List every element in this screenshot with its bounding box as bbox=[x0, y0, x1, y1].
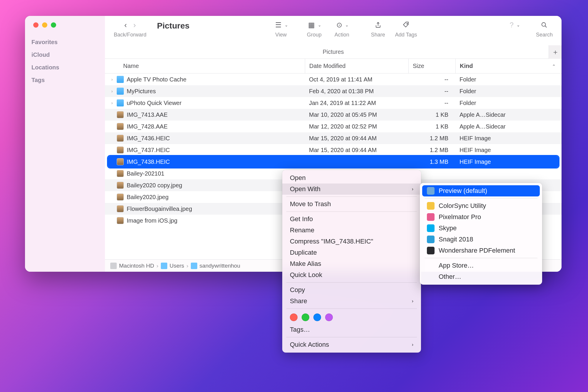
file-size: -- bbox=[408, 76, 455, 83]
folder-icon bbox=[191, 263, 197, 269]
submenu-item-label: Pixelmator Pro bbox=[439, 213, 481, 221]
sidebar-section-icloud[interactable]: iCloud bbox=[25, 49, 105, 61]
disclosure-triangle-icon[interactable]: › bbox=[110, 101, 114, 105]
menu-item-label: Open With bbox=[290, 185, 320, 193]
back-button[interactable]: ‹ bbox=[124, 21, 127, 30]
disclosure-triangle-icon[interactable]: › bbox=[110, 89, 114, 94]
location-bar: Pictures ＋ bbox=[105, 45, 562, 59]
search-icon bbox=[540, 22, 549, 28]
menu-item[interactable]: Get Info bbox=[282, 213, 421, 225]
menu-item-label: Share bbox=[290, 297, 307, 305]
menu-item[interactable]: Tags… bbox=[282, 324, 421, 335]
app-icon bbox=[427, 187, 435, 195]
share-icon bbox=[373, 21, 383, 29]
list-view-icon: ☰ bbox=[274, 21, 283, 29]
tag-color-dot[interactable] bbox=[325, 313, 333, 321]
view-group[interactable]: ☰ ⌄ View bbox=[274, 19, 288, 38]
column-headers: Name Date Modified Size Kind ⌃ bbox=[105, 59, 562, 74]
minimize-window-button[interactable] bbox=[42, 22, 47, 28]
file-name: uPhoto Quick Viewer bbox=[127, 100, 181, 106]
search-group[interactable]: Search bbox=[536, 19, 553, 38]
menu-item[interactable]: Copy bbox=[282, 284, 421, 296]
tag-color-dot[interactable] bbox=[313, 313, 321, 321]
submenu-item[interactable]: App Store… bbox=[422, 260, 540, 271]
path-segment[interactable]: Users bbox=[170, 263, 184, 269]
submenu-item[interactable]: Skype bbox=[422, 223, 540, 234]
menu-item[interactable]: Quick Actions› bbox=[282, 339, 421, 350]
menu-item-label: Open bbox=[290, 174, 306, 182]
file-row[interactable]: ›MyPicturesFeb 4, 2020 at 01:38 PM--Fold… bbox=[105, 85, 562, 97]
path-segment[interactable]: Macintosh HD bbox=[119, 263, 154, 269]
submenu-item-label: Wondershare PDFelement bbox=[439, 247, 515, 254]
folder-icon bbox=[117, 88, 124, 95]
path-segment[interactable]: sandywrittenhou bbox=[200, 263, 240, 269]
disclosure-triangle-icon[interactable]: › bbox=[110, 77, 114, 82]
menu-item[interactable]: Share› bbox=[282, 296, 421, 307]
menu-item[interactable]: Move to Trash bbox=[282, 198, 421, 210]
submenu-item[interactable]: Pixelmator Pro bbox=[422, 211, 540, 223]
sidebar-section-tags[interactable]: Tags bbox=[25, 74, 105, 86]
menu-item[interactable]: Quick Look bbox=[282, 269, 421, 281]
menu-item[interactable]: Compress "IMG_7438.HEIC" bbox=[282, 236, 421, 247]
column-date[interactable]: Date Modified bbox=[305, 59, 408, 73]
share-group[interactable]: Share bbox=[371, 19, 385, 38]
file-kind: Folder bbox=[455, 100, 562, 106]
thumbnail-icon bbox=[117, 217, 124, 224]
column-kind[interactable]: Kind ⌃ bbox=[455, 59, 562, 73]
file-name: IMG_7428.AAE bbox=[127, 123, 168, 130]
menu-item[interactable]: Open With› bbox=[282, 184, 421, 195]
submenu-item[interactable]: Other… bbox=[422, 271, 540, 282]
thumbnail-icon bbox=[117, 135, 124, 142]
submenu-item[interactable]: ColorSync Utility bbox=[422, 200, 540, 211]
submenu-item-label: Preview (default) bbox=[439, 187, 487, 195]
action-group[interactable]: ⊙ ⌄ Action bbox=[335, 19, 349, 38]
file-row[interactable]: ›uPhoto Quick ViewerJan 24, 2019 at 11:2… bbox=[105, 97, 562, 109]
open-with-submenu[interactable]: Preview (default)ColorSync UtilityPixelm… bbox=[420, 183, 542, 285]
file-name: Image from iOS.jpg bbox=[127, 217, 177, 224]
column-size[interactable]: Size bbox=[408, 59, 455, 73]
file-size: -- bbox=[408, 100, 455, 106]
file-row[interactable]: IMG_7413.AAEMar 10, 2020 at 05:45 PM1 KB… bbox=[105, 109, 562, 121]
chevron-down-icon: ⌄ bbox=[517, 23, 520, 27]
submenu-item-label: Skype bbox=[439, 224, 457, 232]
disk-icon bbox=[110, 263, 117, 269]
file-kind: HEIF Image bbox=[455, 159, 559, 165]
tag-icon bbox=[401, 21, 411, 29]
path-separator-icon: › bbox=[186, 263, 188, 269]
submenu-item[interactable]: Wondershare PDFelement bbox=[422, 245, 540, 256]
file-row[interactable]: IMG_7438.HEIC1.3 MBHEIF Image bbox=[108, 156, 559, 168]
close-window-button[interactable] bbox=[33, 22, 39, 28]
menu-separator bbox=[286, 196, 417, 197]
sidebar-section-locations[interactable]: Locations bbox=[25, 61, 105, 74]
submenu-arrow-icon: › bbox=[412, 298, 413, 304]
tag-color-dot[interactable] bbox=[302, 313, 309, 321]
submenu-item[interactable]: Preview (default) bbox=[422, 185, 540, 196]
file-date: Mar 15, 2020 at 09:44 AM bbox=[305, 135, 408, 142]
folder-icon bbox=[117, 76, 124, 83]
file-row[interactable]: IMG_7428.AAEMar 12, 2020 at 02:52 PM1 KB… bbox=[105, 121, 562, 132]
submenu-item[interactable]: Snagit 2018 bbox=[422, 234, 540, 245]
thumbnail-icon bbox=[117, 205, 124, 212]
folder-icon bbox=[117, 99, 124, 106]
help-group[interactable]: ? ⌄ bbox=[509, 19, 520, 38]
sidebar-section-favorites[interactable]: Favorites bbox=[25, 36, 105, 49]
fullscreen-window-button[interactable] bbox=[51, 22, 56, 28]
file-row[interactable]: IMG_7437.HEICMar 15, 2020 at 09:44 AM1.2… bbox=[105, 144, 562, 156]
file-kind: HEIF Image bbox=[455, 147, 562, 154]
group-group[interactable]: ▦ ⌄ Group bbox=[307, 19, 322, 38]
tag-color-dot[interactable] bbox=[290, 313, 298, 321]
add-tab-button[interactable]: ＋ bbox=[549, 45, 562, 59]
menu-item[interactable]: Rename bbox=[282, 225, 421, 236]
add-tags-group[interactable]: Add Tags bbox=[395, 19, 417, 38]
menu-item[interactable]: Open bbox=[282, 172, 421, 184]
menu-item[interactable]: Duplicate bbox=[282, 247, 421, 258]
context-menu[interactable]: OpenOpen With›Move to TrashGet InfoRenam… bbox=[282, 170, 421, 353]
column-name[interactable]: Name bbox=[105, 63, 305, 69]
file-row[interactable]: ›Apple TV Photo CacheOct 4, 2019 at 11:4… bbox=[105, 74, 562, 85]
menu-item[interactable]: Make Alias bbox=[282, 258, 421, 269]
menu-separator bbox=[425, 198, 537, 198]
menu-item-label: Copy bbox=[290, 286, 305, 294]
forward-button[interactable]: › bbox=[133, 21, 136, 30]
file-row[interactable]: IMG_7436.HEICMar 15, 2020 at 09:44 AM1.2… bbox=[105, 132, 562, 144]
chevron-down-icon: ⌄ bbox=[318, 23, 321, 27]
